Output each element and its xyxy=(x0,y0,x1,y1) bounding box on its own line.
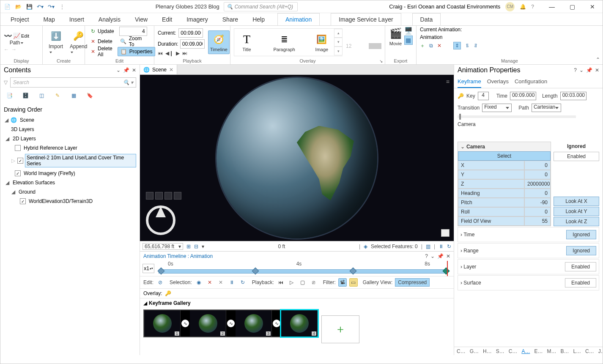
delete-button[interactable]: ✕ Delete xyxy=(88,37,115,46)
dock-tab[interactable]: C… xyxy=(508,348,518,354)
scale-input[interactable]: 65,616,798 ft▾ xyxy=(143,243,183,250)
sort-icon-2[interactable]: ⥮ xyxy=(465,43,469,49)
dock-tab-active[interactable]: A… xyxy=(521,348,531,354)
tl-camera-icon[interactable]: ▢ xyxy=(299,278,307,287)
tl-edit-icon[interactable]: ⊘ xyxy=(156,278,164,287)
list-by-labeling-icon[interactable]: 🔖 xyxy=(85,91,94,100)
user-name[interactable]: Craig - Esri Ocean and Coastal Environme… xyxy=(389,3,500,10)
save-icon[interactable]: 💾 xyxy=(25,3,33,11)
expander-icon[interactable]: ◢ xyxy=(143,300,147,306)
maximize-button[interactable]: ▢ xyxy=(565,2,580,12)
tree-elevation-surfaces[interactable]: ◢ Elevation Surfaces xyxy=(3,178,137,187)
camera-enabled-toggle[interactable]: Enabled xyxy=(554,152,599,161)
tl-select-all-icon[interactable]: ◉ xyxy=(195,278,203,287)
surface-enabled-toggle[interactable]: Enabled xyxy=(565,278,596,287)
timeline-speed[interactable]: x1▴▾ xyxy=(143,264,154,273)
camera-name-input[interactable] xyxy=(458,129,599,138)
list-by-selection-icon[interactable]: ◫ xyxy=(37,91,46,100)
transition-1[interactable]: ∿ xyxy=(181,310,190,337)
status-icon-2[interactable]: ⊟ xyxy=(194,244,198,249)
tab-map[interactable]: Map xyxy=(42,14,57,25)
scroll-up-icon[interactable]: ▴ xyxy=(334,29,343,38)
current-animation-select[interactable]: Animation xyxy=(420,34,485,40)
path-button[interactable]: Path xyxy=(4,40,29,46)
z-value[interactable]: 20000000 xyxy=(524,179,551,189)
duplicate-animation-icon[interactable]: ⧉ xyxy=(429,43,433,49)
tree-scene[interactable]: ◢ 🌐 Scene xyxy=(3,115,137,125)
add-animation-icon[interactable]: ＋ xyxy=(420,42,425,49)
tab-keyframe[interactable]: Keyframe xyxy=(458,78,481,88)
import-button[interactable]: ⬇️ Import xyxy=(46,28,66,56)
tab-share[interactable]: Share xyxy=(221,14,240,25)
overlay-key-icon[interactable]: 🔑 xyxy=(165,290,171,296)
tab-animation[interactable]: Animation xyxy=(277,13,320,25)
tl-filter-keyframes-icon[interactable]: 📽 xyxy=(338,278,347,287)
font-color-select[interactable] xyxy=(369,43,381,49)
length-value[interactable]: 00:03.000 xyxy=(560,92,587,100)
timeline-bar[interactable] xyxy=(159,269,448,274)
tab-help[interactable]: Help xyxy=(251,14,266,25)
dock-tab[interactable]: B… xyxy=(559,348,570,354)
expander-icon[interactable]: › xyxy=(460,248,462,254)
expander-icon[interactable]: › xyxy=(460,280,462,286)
gallery-expand-icon[interactable]: ▾ xyxy=(334,47,343,55)
add-keyframe-button[interactable]: ＋ xyxy=(321,315,359,343)
tab-project[interactable]: Project xyxy=(9,14,31,25)
scene-tab[interactable]: 🌐 Scene ✕ xyxy=(140,65,177,74)
current-time-input[interactable] xyxy=(178,28,203,38)
update-button[interactable]: ↻ Update xyxy=(88,27,117,36)
dock-tab[interactable]: S… xyxy=(495,348,505,354)
path-icon-1[interactable]: 〰️ xyxy=(4,32,12,40)
play-icon[interactable]: ▶ xyxy=(176,50,180,56)
ap-close-icon[interactable]: ✕ xyxy=(595,67,599,73)
dock-tab[interactable]: H… xyxy=(482,348,493,354)
tab-configuration[interactable]: Configuration xyxy=(515,78,547,88)
camera-section-header[interactable]: ⌄ Camera xyxy=(458,142,551,151)
time-section[interactable]: › Time Ignored xyxy=(458,227,599,242)
catalog-icon[interactable]: ▥ xyxy=(426,244,430,249)
nav-btn-4[interactable] xyxy=(174,192,181,200)
dock-tab[interactable]: C… xyxy=(456,348,466,354)
expander-icon[interactable]: › xyxy=(460,232,462,238)
dock-tab[interactable]: E… xyxy=(533,348,543,354)
tab-analysis[interactable]: Analysis xyxy=(97,14,122,25)
tl-record-icon[interactable]: ⎚ xyxy=(310,278,318,287)
pane-pin-icon[interactable]: 📌 xyxy=(123,67,129,73)
keyframe-thumb-1[interactable]: 1 xyxy=(144,310,181,337)
pane-close-icon[interactable]: ✕ xyxy=(132,67,136,73)
list-by-source-icon[interactable]: 🗄️ xyxy=(21,91,30,100)
redo-icon[interactable]: ↷▾ xyxy=(47,3,55,11)
keyframe-thumb-4[interactable]: 4 xyxy=(281,310,318,337)
checkbox[interactable] xyxy=(15,145,21,151)
dock-tab[interactable]: J… xyxy=(598,348,603,354)
pane-menu-icon[interactable]: ⌄ xyxy=(116,67,121,73)
keyframe-number-input[interactable] xyxy=(119,27,147,36)
tree-ground[interactable]: ◢ Ground xyxy=(3,187,137,197)
refresh-icon[interactable]: ↻ xyxy=(447,244,451,249)
tree-hybrid-layer[interactable]: Hybrid Reference Layer xyxy=(3,143,137,153)
tl-filter-overlays-icon[interactable]: ▭ xyxy=(349,278,358,287)
remove-animation-icon[interactable]: ✕ xyxy=(437,43,441,49)
layer-section[interactable]: › Layer Enabled xyxy=(458,259,599,274)
undo-icon[interactable]: ↶▾ xyxy=(36,3,44,11)
pitch-value[interactable]: -90 xyxy=(524,198,551,207)
ribbon-collapse-icon[interactable]: ⌃ xyxy=(596,57,600,63)
transition-3[interactable]: ∿ xyxy=(272,310,281,337)
transition-select[interactable]: Fixed xyxy=(482,104,512,112)
compass-icon[interactable] xyxy=(146,205,175,235)
duration-input[interactable] xyxy=(180,39,205,49)
popup-icon[interactable] xyxy=(441,229,450,237)
fov-value[interactable]: 55 xyxy=(524,216,551,226)
export-preset-1-icon[interactable]: 🖥️ xyxy=(404,27,413,35)
lookat-x[interactable]: Look At X xyxy=(554,197,599,206)
expander-icon[interactable]: ▷ xyxy=(11,158,16,164)
x-value[interactable]: 0 xyxy=(524,161,551,170)
tab-edit[interactable]: Edit xyxy=(160,14,174,25)
tab-imagery[interactable]: Imagery xyxy=(185,14,210,25)
selection-icon[interactable]: ◈ xyxy=(364,244,367,249)
tl-pin-icon[interactable]: 📌 xyxy=(437,253,444,259)
dock-tab[interactable]: L… xyxy=(572,348,582,354)
tree-sentinel-layer[interactable]: ▷ ✓ Sentinel-2 10m Land Use/Land Cover T… xyxy=(3,153,137,169)
range-section[interactable]: › Range Ignored xyxy=(458,243,599,258)
expander-icon[interactable]: ◢ xyxy=(5,136,10,142)
